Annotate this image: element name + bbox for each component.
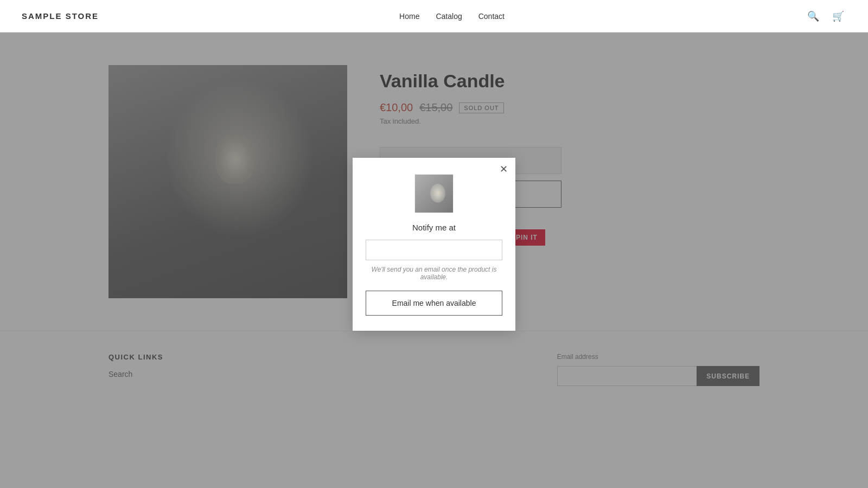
modal-email-input[interactable] (366, 240, 502, 260)
modal-helper-text: We'll send you an email once the product… (366, 266, 502, 281)
cart-button[interactable]: 🛒 (830, 8, 846, 24)
cart-icon: 🛒 (832, 11, 844, 22)
search-icon: 🔍 (807, 11, 819, 22)
notify-modal: ✕ Notify me at We'll send you an email o… (353, 158, 515, 331)
header-actions: 🔍 🛒 (805, 8, 846, 24)
main-nav: Home Catalog Contact (399, 12, 505, 21)
site-logo: SAMPLE STORE (22, 11, 99, 21)
nav-catalog[interactable]: Catalog (436, 12, 462, 21)
modal-close-button[interactable]: ✕ (500, 164, 508, 174)
notify-label: Notify me at (412, 223, 456, 232)
modal-product-thumbnail (414, 174, 454, 213)
search-button[interactable]: 🔍 (805, 8, 821, 24)
nav-home[interactable]: Home (399, 12, 419, 21)
site-header: SAMPLE STORE Home Catalog Contact 🔍 🛒 (0, 0, 868, 33)
nav-contact[interactable]: Contact (478, 12, 505, 21)
modal-submit-button[interactable]: Email me when available (366, 291, 502, 316)
